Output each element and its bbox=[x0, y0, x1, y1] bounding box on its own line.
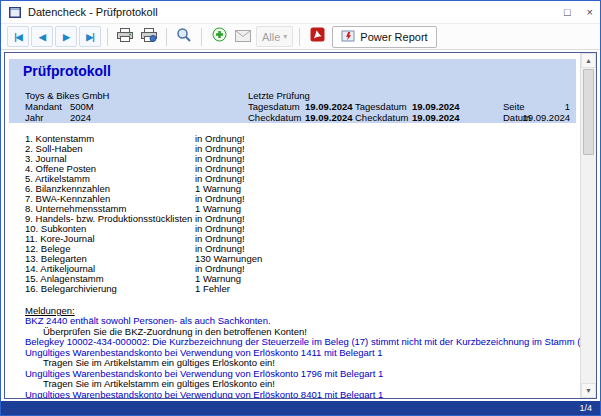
statusbar: 1/4 bbox=[1, 401, 600, 415]
check-row: 11. Kore-Journalin Ordnung! bbox=[25, 234, 576, 244]
maximize-button[interactable]: □ bbox=[564, 7, 571, 18]
app-icon bbox=[8, 6, 22, 19]
envelope-icon bbox=[235, 28, 251, 46]
check-row: 10. Subkontenin Ordnung! bbox=[25, 224, 576, 234]
last-page-icon: ▶| bbox=[86, 32, 93, 42]
email-button[interactable] bbox=[232, 26, 254, 47]
check-row: 3. Journalin Ordnung! bbox=[25, 154, 576, 164]
company-name: Toys & Bikes GmbH bbox=[25, 90, 109, 101]
check-row: 2. Soll-Habenin Ordnung! bbox=[25, 144, 576, 154]
message-line: BKZ 2440 enthält sowohl Personen- als au… bbox=[25, 316, 576, 327]
seite-label: Seite bbox=[503, 101, 525, 112]
check-row: 13. Belegarten130 Warnungen bbox=[25, 254, 576, 264]
printer-icon bbox=[117, 28, 133, 46]
tagesdatum-label-2: Tagesdatum bbox=[355, 101, 407, 112]
app-window: Datencheck - Prüfprotokoll □ × |◀ ◀ ▶ ▶| bbox=[0, 0, 601, 416]
messages-section: Meldungen: BKZ 2440 enthält sowohl Perso… bbox=[25, 305, 576, 398]
tagesdatum-value-1: 19.09.2024 bbox=[305, 101, 353, 112]
zoom-button[interactable] bbox=[173, 26, 195, 47]
report-preview: Prüfprotokoll Toys & Bikes GmbH Letzte P… bbox=[4, 52, 597, 399]
pdf-export-button[interactable] bbox=[306, 26, 328, 47]
jahr-label: Jahr bbox=[25, 112, 43, 123]
checkdatum-value-1: 19.09.2024 bbox=[305, 112, 353, 123]
message-line: Tragen Sie im Artikelstamm ein gültiges … bbox=[25, 358, 576, 369]
message-line: Tragen Sie im Artikelstamm ein gültiges … bbox=[25, 379, 576, 390]
check-name: 16. Belegarchivierung bbox=[25, 284, 195, 294]
check-row: 16. Belegarchivierung1 Fehler bbox=[25, 284, 576, 294]
letzte-pruefung-label: Letzte Prüfung bbox=[248, 90, 310, 101]
alle-dropdown[interactable]: Alle ▾ bbox=[256, 26, 293, 47]
scrollbar-thumb[interactable] bbox=[583, 69, 594, 155]
print-setup-button[interactable] bbox=[138, 26, 160, 47]
printer-settings-icon bbox=[141, 28, 157, 46]
checkdatum-label-1: Checkdatum bbox=[248, 112, 301, 123]
print-button[interactable] bbox=[114, 26, 136, 47]
check-row: 1. Kontenstammin Ordnung! bbox=[25, 134, 576, 144]
first-page-button[interactable]: |◀ bbox=[7, 26, 29, 47]
vertical-scrollbar[interactable]: ▲ ▼ bbox=[580, 53, 596, 398]
report-header-band: Prüfprotokoll Toys & Bikes GmbH Letzte P… bbox=[9, 59, 576, 123]
toolbar-separator bbox=[107, 28, 108, 46]
power-report-label: Power Report bbox=[360, 31, 427, 43]
titlebar: Datencheck - Prüfprotokoll □ × bbox=[1, 1, 600, 23]
check-row: 9. Handels- bzw. Produktionsstücklisteni… bbox=[25, 214, 576, 224]
checkdatum-label-2: Checkdatum bbox=[355, 112, 408, 123]
zoom-in-button[interactable] bbox=[208, 26, 230, 47]
toolbar: |◀ ◀ ▶ ▶| bbox=[1, 23, 600, 50]
mandant-value: 500M bbox=[70, 101, 94, 112]
previous-page-button[interactable]: ◀ bbox=[31, 26, 53, 47]
mandant-label: Mandant bbox=[25, 101, 62, 112]
message-line: Belegkey 10002-434-000002: Die Kurzbezei… bbox=[25, 337, 576, 348]
report-title: Prüfprotokoll bbox=[23, 63, 111, 79]
check-row: 12. Belegein Ordnung! bbox=[25, 244, 576, 254]
toolbar-separator bbox=[166, 28, 167, 46]
green-plus-icon bbox=[212, 27, 227, 46]
message-list: BKZ 2440 enthält sowohl Personen- als au… bbox=[25, 316, 576, 398]
next-page-icon: ▶ bbox=[63, 32, 69, 42]
checkdatum-value-2: 19.09.2024 bbox=[412, 112, 460, 123]
alle-dropdown-label: Alle bbox=[262, 31, 280, 43]
previous-page-icon: ◀ bbox=[39, 32, 45, 42]
tagesdatum-label-1: Tagesdatum bbox=[248, 101, 300, 112]
power-report-icon bbox=[341, 29, 355, 45]
close-button[interactable]: × bbox=[587, 7, 593, 18]
toolbar-separator bbox=[201, 28, 202, 46]
toolbar-separator bbox=[299, 28, 300, 46]
magnifier-icon bbox=[176, 27, 192, 47]
next-page-button[interactable]: ▶ bbox=[55, 26, 77, 47]
check-list: 1. Kontenstammin Ordnung!2. Soll-Habenin… bbox=[25, 134, 576, 294]
pdf-icon bbox=[310, 27, 325, 46]
page-indicator: 1/4 bbox=[579, 403, 592, 413]
report-page: Prüfprotokoll Toys & Bikes GmbH Letzte P… bbox=[5, 53, 580, 398]
window-controls: □ × bbox=[564, 7, 593, 18]
seite-value: 1 bbox=[565, 101, 570, 112]
scroll-down-button[interactable]: ▼ bbox=[581, 383, 596, 398]
jahr-value: 2024 bbox=[70, 112, 91, 123]
first-page-icon: |◀ bbox=[14, 32, 21, 42]
chevron-down-icon: ▾ bbox=[283, 32, 287, 41]
window-title: Datencheck - Prüfprotokoll bbox=[28, 6, 158, 18]
check-status: 1 Fehler bbox=[195, 284, 230, 294]
scroll-up-button[interactable]: ▲ bbox=[581, 53, 596, 68]
check-row: 14. Artikeljournalin Ordnung! bbox=[25, 264, 576, 274]
last-page-button[interactable]: ▶| bbox=[79, 26, 101, 47]
datum-value: 19.09.2024 bbox=[522, 112, 570, 123]
message-line: Ungültiges Warenbestandskonto bei Verwen… bbox=[25, 390, 576, 399]
power-report-button[interactable]: Power Report bbox=[332, 26, 436, 48]
tagesdatum-value-2: 19.09.2024 bbox=[412, 101, 460, 112]
check-row: 4. Offene Postenin Ordnung! bbox=[25, 164, 576, 174]
